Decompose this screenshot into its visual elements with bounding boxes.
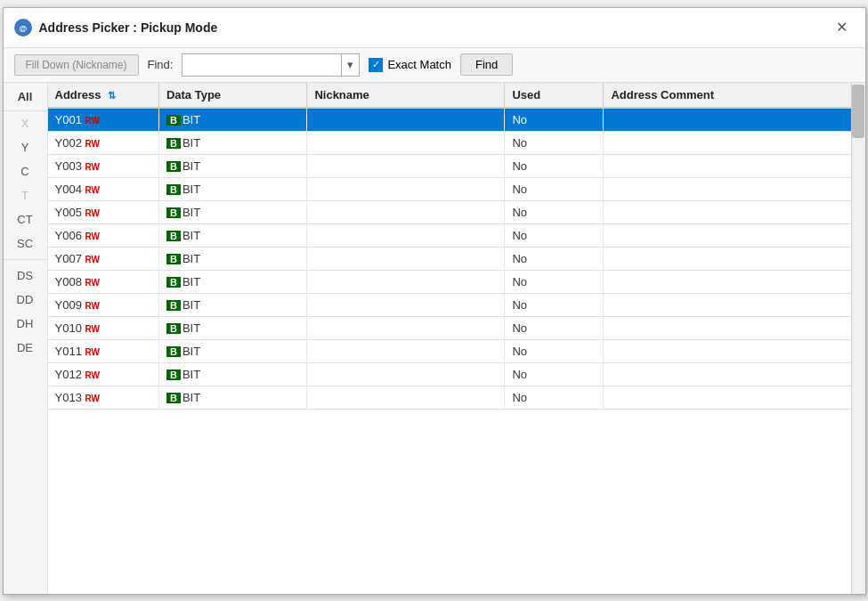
b-badge: B xyxy=(166,393,181,403)
cell-comment xyxy=(604,247,851,270)
cell-datatype: BBIT xyxy=(158,362,307,386)
rw-badge: RW xyxy=(85,278,99,288)
rw-badge: RW xyxy=(85,347,99,357)
cell-nickname xyxy=(307,108,505,132)
title-bar: @ Address Picker : Pickup Mode ✕ xyxy=(4,8,865,48)
cell-address: Y011 RW xyxy=(48,339,159,362)
rw-badge: RW xyxy=(85,162,99,172)
close-button[interactable]: ✕ xyxy=(830,15,855,40)
col-header-address[interactable]: Address ⇅ xyxy=(48,83,159,108)
table-header-row: Address ⇅ Data Type Nickname Used Addres… xyxy=(48,83,851,108)
cell-used: No xyxy=(505,247,604,270)
cell-used: No xyxy=(505,339,604,362)
table-row[interactable]: Y007 RWBBITNo xyxy=(48,247,851,270)
cell-datatype: BBIT xyxy=(158,316,307,339)
col-header-comment[interactable]: Address Comment xyxy=(604,83,851,108)
table-row[interactable]: Y013 RWBBITNo xyxy=(48,386,851,409)
sidebar-item-de[interactable]: DE xyxy=(4,336,47,360)
cell-address: Y006 RW xyxy=(48,223,159,247)
find-dropdown[interactable]: ▾ xyxy=(182,53,360,77)
table-row[interactable]: Y010 RWBBITNo xyxy=(48,316,851,339)
table-row[interactable]: Y012 RWBBITNo xyxy=(48,362,851,386)
svg-text:@: @ xyxy=(19,24,27,33)
cell-address: Y009 RW xyxy=(48,293,159,316)
b-badge: B xyxy=(166,277,181,288)
cell-comment xyxy=(604,200,851,223)
address-picker-window: @ Address Picker : Pickup Mode ✕ Fill Do… xyxy=(3,7,866,595)
sidebar-item-all[interactable]: All xyxy=(4,83,47,111)
cell-address: Y001 RW xyxy=(48,108,159,132)
cell-comment xyxy=(604,316,851,339)
exact-match-checkbox[interactable]: ✓ xyxy=(369,58,383,72)
b-badge: B xyxy=(166,161,181,172)
sidebar-item-sc[interactable]: SC xyxy=(4,231,47,256)
cell-address: Y004 RW xyxy=(48,177,159,200)
table-row[interactable]: Y009 RWBBITNo xyxy=(48,293,851,316)
vertical-scrollbar[interactable] xyxy=(851,83,865,594)
cell-comment xyxy=(604,270,851,293)
table-container[interactable]: Address ⇅ Data Type Nickname Used Addres… xyxy=(48,83,851,594)
cell-address: Y012 RW xyxy=(48,362,159,386)
rw-badge: RW xyxy=(85,139,99,149)
cell-address: Y010 RW xyxy=(48,316,159,339)
cell-used: No xyxy=(505,293,604,316)
cell-nickname xyxy=(307,131,505,154)
window-icon: @ xyxy=(14,19,32,37)
cell-comment xyxy=(604,154,851,177)
table-row[interactable]: Y008 RWBBITNo xyxy=(48,270,851,293)
sidebar-item-c[interactable]: C xyxy=(4,159,47,183)
cell-used: No xyxy=(505,200,604,223)
cell-datatype: BBIT xyxy=(158,200,307,223)
sidebar-item-dd[interactable]: DD xyxy=(4,288,47,312)
cell-used: No xyxy=(505,386,604,409)
cell-address: Y008 RW xyxy=(48,270,159,293)
cell-address: Y005 RW xyxy=(48,200,159,223)
table-row[interactable]: Y002 RWBBITNo xyxy=(48,131,851,154)
table-body: Y001 RWBBITNoY002 RWBBITNoY003 RWBBITNoY… xyxy=(48,108,851,410)
content-area: Address ⇅ Data Type Nickname Used Addres… xyxy=(48,83,851,594)
sidebar-item-y[interactable]: Y xyxy=(4,135,47,159)
col-header-datatype[interactable]: Data Type xyxy=(158,83,307,108)
scrollbar-thumb[interactable] xyxy=(852,85,864,138)
cell-comment xyxy=(604,339,851,362)
sidebar-item-ds[interactable]: DS xyxy=(4,264,47,288)
cell-comment xyxy=(604,177,851,200)
dropdown-arrow-icon[interactable]: ▾ xyxy=(341,54,359,76)
b-badge: B xyxy=(166,207,181,218)
cell-used: No xyxy=(505,154,604,177)
table-row[interactable]: Y006 RWBBITNo xyxy=(48,223,851,247)
cell-nickname xyxy=(307,316,505,339)
find-button[interactable]: Find xyxy=(460,53,513,76)
cell-datatype: BBIT xyxy=(158,223,307,247)
exact-match-container: ✓ Exact Match xyxy=(369,58,451,72)
table-row[interactable]: Y004 RWBBITNo xyxy=(48,177,851,200)
rw-badge: RW xyxy=(85,370,99,380)
table-row[interactable]: Y011 RWBBITNo xyxy=(48,339,851,362)
fill-down-button[interactable]: Fill Down (Nickname) xyxy=(14,54,139,76)
cell-datatype: BBIT xyxy=(158,131,307,154)
sidebar-item-ct[interactable]: CT xyxy=(4,207,47,231)
cell-nickname xyxy=(307,362,505,386)
sidebar-item-x[interactable]: X xyxy=(4,111,47,135)
rw-badge: RW xyxy=(85,394,99,403)
table-row[interactable]: Y005 RWBBITNo xyxy=(48,200,851,223)
sidebar-item-t[interactable]: T xyxy=(4,183,47,207)
cell-nickname xyxy=(307,270,505,293)
col-header-nickname[interactable]: Nickname xyxy=(307,83,505,108)
cell-address: Y013 RW xyxy=(48,386,159,409)
cell-nickname xyxy=(307,223,505,247)
title-left: @ Address Picker : Pickup Mode xyxy=(14,19,218,37)
b-badge: B xyxy=(166,184,181,195)
rw-badge: RW xyxy=(85,185,99,195)
cell-datatype: BBIT xyxy=(158,154,307,177)
cell-address: Y003 RW xyxy=(48,154,159,177)
sidebar-item-dh[interactable]: DH xyxy=(4,312,47,336)
find-input[interactable] xyxy=(183,63,341,67)
sort-icon: ⇅ xyxy=(108,90,116,102)
find-label: Find: xyxy=(148,58,174,71)
col-header-used[interactable]: Used xyxy=(505,83,604,108)
table-row[interactable]: Y003 RWBBITNo xyxy=(48,154,851,177)
b-badge: B xyxy=(166,115,181,126)
table-row[interactable]: Y001 RWBBITNo xyxy=(48,108,851,132)
rw-badge: RW xyxy=(85,255,99,264)
